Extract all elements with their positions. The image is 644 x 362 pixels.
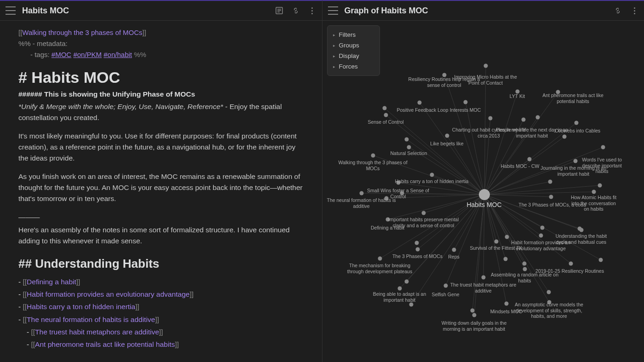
graph-node[interactable] (574, 121, 578, 125)
control-display[interactable]: Display (328, 51, 380, 61)
svg-line-55 (484, 195, 549, 302)
graph-node[interactable] (371, 154, 375, 158)
wikilink[interactable]: Ant pheromone trails act like potential … (35, 340, 175, 348)
wikilink[interactable]: Walking through the 3 phases of MOCs (22, 29, 142, 36)
graph-node[interactable] (598, 184, 602, 188)
graph-node[interactable] (539, 234, 543, 238)
svg-line-52 (400, 195, 484, 288)
graph-node[interactable] (382, 106, 386, 110)
graph-node[interactable] (384, 113, 388, 117)
graph-node[interactable] (385, 218, 390, 222)
graph-node[interactable] (359, 191, 363, 195)
link-icon[interactable] (614, 6, 622, 15)
tag[interactable]: #on/habit (104, 51, 132, 58)
graph-node[interactable] (409, 303, 413, 307)
paragraph: Here's an assembly of the notes in some … (18, 224, 304, 247)
graph-node[interactable] (483, 64, 488, 68)
graph-node[interactable] (481, 276, 485, 280)
graph-node[interactable] (396, 181, 400, 185)
graph-node[interactable] (397, 287, 402, 291)
graph-node[interactable] (452, 248, 456, 252)
graph-node[interactable] (527, 157, 531, 161)
graph-node[interactable] (515, 90, 519, 94)
list-item: [[Defining a habit]] (18, 276, 304, 288)
graph-node[interactable] (535, 115, 540, 120)
graph-node[interactable] (414, 241, 419, 245)
list-item: [[The truest habit metaphors are additiv… (27, 326, 304, 338)
svg-line-37 (484, 195, 581, 230)
svg-line-7 (484, 92, 558, 195)
svg-line-19 (409, 147, 484, 195)
graph-node[interactable] (548, 180, 552, 184)
graph-canvas[interactable]: Filters Groups Display Forces Habits MOC… (322, 21, 644, 362)
graph-node[interactable] (503, 257, 507, 261)
graph-node[interactable] (378, 257, 382, 261)
meta-line: %% - metadata: (18, 38, 304, 49)
wikilink[interactable]: The truest habit metaphors are additive (35, 328, 159, 336)
more-icon[interactable] (308, 6, 316, 15)
graph-node[interactable] (470, 309, 474, 313)
graph-node[interactable] (573, 159, 577, 163)
graph-node[interactable] (549, 195, 553, 199)
svg-line-4 (484, 66, 486, 195)
control-forces[interactable]: Forces (328, 61, 380, 72)
graph-node[interactable] (404, 138, 408, 142)
graph-node[interactable] (504, 302, 508, 306)
tag[interactable]: #on/PKM (73, 51, 102, 58)
graph-node[interactable] (521, 118, 525, 122)
graph-node-main[interactable] (479, 189, 490, 200)
graph-node[interactable] (421, 211, 426, 215)
menu-icon[interactable] (6, 6, 16, 15)
wikilink[interactable]: Habits carry a ton of hidden inertia (27, 303, 135, 310)
graph-node[interactable] (579, 228, 583, 232)
graph-node[interactable] (415, 247, 420, 252)
svg-line-43 (454, 195, 484, 250)
graph-node[interactable] (592, 190, 596, 194)
graph-node[interactable] (472, 313, 476, 317)
graph-node[interactable] (556, 90, 560, 94)
graph-node[interactable] (601, 145, 605, 149)
graph-node[interactable] (463, 100, 467, 104)
editor-header: Habits MOC (0, 1, 322, 21)
link-icon[interactable] (292, 6, 300, 15)
graph-node[interactable] (546, 290, 551, 294)
graph-node[interactable] (562, 135, 566, 139)
tag[interactable]: #MOC (52, 51, 71, 58)
graph-node[interactable] (417, 101, 421, 105)
graph-node[interactable] (442, 73, 446, 77)
editor-body[interactable]: [[Walking through the 3 phases of MOCs]]… (0, 21, 322, 362)
wikilink[interactable]: The neural formation of habits is additi… (27, 316, 155, 323)
wikilink[interactable]: Habit formation provides an evolutionary… (27, 290, 190, 298)
svg-line-38 (484, 195, 541, 236)
graph-node[interactable] (494, 240, 498, 244)
preview-icon[interactable] (275, 6, 283, 15)
graph-node[interactable] (400, 191, 404, 195)
wikilink[interactable]: Defining a habit (27, 278, 76, 286)
heading-6: ###### This is showing the Unifying Phas… (18, 90, 304, 98)
control-groups[interactable]: Groups (328, 40, 380, 51)
graph-node[interactable] (522, 262, 526, 266)
svg-line-29 (484, 182, 550, 195)
svg-line-34 (388, 195, 484, 219)
editor-title: Habits MOC (22, 6, 275, 16)
graph-node[interactable] (569, 262, 573, 266)
graph-node[interactable] (430, 173, 434, 177)
graph-node[interactable] (505, 235, 509, 239)
graph-node[interactable] (407, 145, 411, 149)
heading-1: # Habits MOC (18, 69, 304, 86)
graph-node[interactable] (540, 226, 544, 230)
menu-icon[interactable] (328, 6, 338, 15)
graph-node[interactable] (404, 280, 408, 284)
graph-node[interactable] (523, 267, 527, 271)
graph-node[interactable] (547, 300, 551, 305)
graph-node[interactable] (443, 284, 448, 288)
graph-node[interactable] (488, 116, 492, 121)
graph-node[interactable] (598, 258, 603, 262)
graph-node[interactable] (384, 196, 388, 201)
control-filters[interactable]: Filters (328, 29, 380, 40)
list-item: [[Ant pheromone trails act like potentia… (27, 338, 304, 351)
graph-node[interactable] (445, 134, 449, 138)
more-icon[interactable] (630, 6, 638, 15)
svg-line-41 (484, 195, 496, 241)
svg-line-18 (407, 139, 484, 195)
